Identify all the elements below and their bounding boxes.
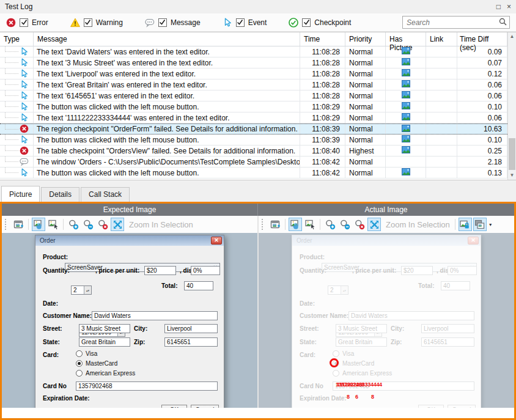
col-priority[interactable]: Priority bbox=[345, 32, 386, 46]
row-time: 11:08:28 bbox=[300, 46, 345, 57]
warning-checkbox[interactable] bbox=[84, 18, 92, 27]
table-row[interactable]: The text 'David Waters' was entered in t… bbox=[0, 46, 507, 57]
maximize-icon[interactable]: □ bbox=[496, 2, 501, 11]
row-time: 11:08:28 bbox=[300, 90, 345, 101]
product-label: Product: bbox=[300, 254, 325, 260]
discount-field: 0% bbox=[191, 266, 220, 275]
row-message: The table checkpoint "OrdersView" failed… bbox=[34, 146, 300, 156]
table-vertical-scrollbar[interactable]: ▲ ▼ bbox=[507, 32, 516, 180]
col-type[interactable]: Type bbox=[0, 32, 34, 46]
zip-field: 6145651 bbox=[421, 337, 474, 347]
table-row[interactable]: The text '3 Music Street' was entered in… bbox=[0, 57, 507, 68]
row-time: 11:08:39 bbox=[300, 124, 345, 134]
tree-indent bbox=[5, 157, 18, 162]
scroll-up-icon[interactable]: ▲ bbox=[508, 32, 516, 41]
quantity-label: Quantity: bbox=[300, 267, 326, 274]
row-priority: Normal bbox=[345, 101, 386, 112]
zoom-selection-label: Zoom In Selection bbox=[386, 220, 450, 229]
table-row[interactable]: The table checkpoint "OrdersView" failed… bbox=[0, 146, 507, 157]
zoom-in-icon[interactable] bbox=[323, 218, 337, 231]
event-cursor-icon bbox=[20, 168, 29, 178]
quantity-field: 2 bbox=[328, 286, 348, 295]
table-row[interactable]: The text 'Liverpool' was entered in the … bbox=[0, 68, 507, 79]
view-image-in-window-icon[interactable] bbox=[268, 218, 282, 231]
tree-indent bbox=[5, 57, 18, 63]
radio-circle bbox=[76, 370, 83, 377]
close-icon[interactable]: × bbox=[507, 2, 511, 11]
col-time[interactable]: Time bbox=[300, 32, 345, 46]
table-row[interactable]: The window 'Orders - C:\Users\Public\Doc… bbox=[0, 157, 507, 168]
filter-warning: Warning bbox=[70, 18, 123, 28]
zoom-reset-icon[interactable] bbox=[96, 218, 109, 231]
dropdown-arrow-icon[interactable]: ▼ bbox=[488, 223, 493, 227]
table-row[interactable]: The text '6145651' was entered in the te… bbox=[0, 90, 507, 101]
zoom-reset-icon[interactable] bbox=[353, 218, 366, 231]
error-checkbox[interactable] bbox=[20, 18, 28, 27]
select-mode-icon[interactable] bbox=[46, 218, 60, 231]
scrollbar-thumb[interactable] bbox=[509, 138, 515, 170]
zoom-out-icon[interactable] bbox=[338, 218, 352, 231]
row-priority: Normal bbox=[345, 79, 386, 90]
lock-images-icon[interactable] bbox=[459, 218, 472, 231]
zoom-out-icon[interactable] bbox=[81, 218, 95, 231]
row-link bbox=[426, 168, 457, 178]
col-message[interactable]: Message bbox=[34, 32, 300, 46]
card-no-label: Card No bbox=[43, 383, 67, 389]
row-time-diff: 2.18 bbox=[457, 157, 507, 167]
window-titlebar: Test Log □ × bbox=[0, 0, 516, 13]
scroll-down-icon[interactable]: ▼ bbox=[508, 171, 516, 180]
col-has-picture[interactable]: Has Picture bbox=[386, 32, 426, 46]
table-row[interactable]: The button was clicked with the left mou… bbox=[0, 134, 507, 146]
row-link bbox=[426, 112, 457, 123]
checkpoint-checkbox[interactable] bbox=[302, 18, 311, 27]
zoom-in-icon[interactable] bbox=[67, 218, 80, 231]
row-link bbox=[426, 57, 457, 68]
row-priority: Normal bbox=[345, 112, 386, 123]
message-icon bbox=[20, 157, 29, 167]
row-link bbox=[426, 146, 457, 156]
toolbar-grip[interactable] bbox=[5, 219, 9, 230]
view-image-in-window-icon[interactable] bbox=[12, 218, 25, 231]
row-link bbox=[426, 134, 457, 145]
select-mode-icon[interactable] bbox=[303, 218, 317, 231]
zoom-in-selection-icon[interactable] bbox=[111, 218, 124, 231]
row-time: 11:08:39 bbox=[300, 134, 345, 145]
row-message: The button was clicked with the left mou… bbox=[34, 168, 300, 178]
filter-event: Event bbox=[223, 18, 267, 28]
tab-call-stack[interactable]: Call Stack bbox=[81, 187, 130, 202]
tab-details[interactable]: Details bbox=[41, 187, 79, 202]
table-row[interactable]: The text '1111222233334444' was entered … bbox=[0, 112, 507, 123]
table-row[interactable]: The region checkpoint "OrderForm" failed… bbox=[0, 123, 507, 134]
actual-toolbar: Zoom In Selection ▼ bbox=[259, 216, 514, 233]
pan-mode-icon[interactable] bbox=[289, 218, 302, 231]
search-box[interactable] bbox=[402, 16, 510, 29]
pan-mode-icon[interactable] bbox=[32, 218, 45, 231]
search-input[interactable] bbox=[407, 18, 499, 27]
row-priority: Normal bbox=[345, 168, 386, 178]
tree-indent bbox=[5, 68, 18, 74]
row-time-diff: 10.63 bbox=[457, 124, 507, 134]
event-checkbox[interactable] bbox=[236, 18, 245, 27]
zoom-in-selection-icon[interactable] bbox=[367, 218, 381, 231]
date-field: 11/02/1999 bbox=[336, 328, 382, 337]
filter-message: Message bbox=[145, 18, 201, 28]
state-label: State: bbox=[300, 339, 317, 345]
customer-name-label: Customer Name: bbox=[43, 312, 92, 319]
actual-order-dialog: Order ✕ Product: ScreenSaver Quantity: 2… bbox=[292, 235, 481, 408]
actual-image-area[interactable]: Order ✕ Product: ScreenSaver Quantity: 2… bbox=[259, 233, 514, 408]
expected-image-area[interactable]: Order ✕ Product: ScreenSaver Quantity: 2… bbox=[2, 233, 257, 408]
compare-view-icon[interactable] bbox=[473, 218, 487, 231]
message-checkbox[interactable] bbox=[158, 18, 167, 27]
row-time-diff: 0.06 bbox=[457, 90, 507, 101]
toolbar-grip[interactable] bbox=[262, 219, 265, 230]
picture-icon bbox=[402, 69, 410, 78]
actual-image-pane: Zoom In Selection ▼ Order ✕ Product: Scr… bbox=[259, 216, 514, 408]
col-time-diff[interactable]: Time Diff (sec) bbox=[457, 32, 507, 46]
table-row[interactable]: The text 'Great Britain' was entered in … bbox=[0, 79, 507, 90]
tab-picture[interactable]: Picture bbox=[1, 186, 40, 202]
col-link[interactable]: Link bbox=[426, 32, 457, 46]
table-row[interactable]: The button was clicked with the left mou… bbox=[0, 168, 507, 179]
table-row[interactable]: The button was clicked with the left mou… bbox=[0, 101, 507, 112]
row-message: The text '3 Music Street' was entered in… bbox=[34, 57, 300, 68]
zip-label: Zip: bbox=[391, 339, 402, 345]
